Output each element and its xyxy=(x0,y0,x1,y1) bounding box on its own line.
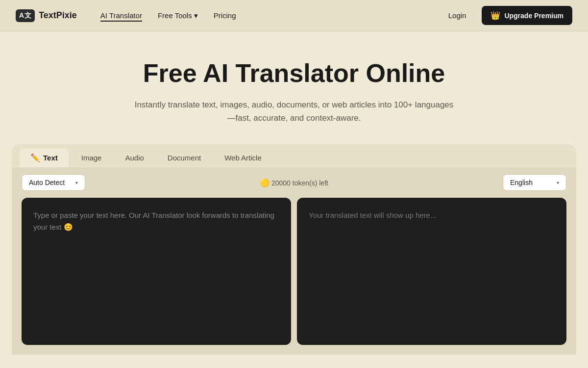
source-textarea[interactable]: Type or paste your text here. Our AI Tra… xyxy=(22,198,291,345)
source-language-select[interactable]: Auto Detect ▾ xyxy=(22,174,85,191)
token-info: 🟡 20000 token(s) left xyxy=(93,178,495,187)
tab-image[interactable]: Image xyxy=(71,149,113,167)
target-language-select[interactable]: English ▾ xyxy=(503,174,566,191)
logo-name: TextPixie xyxy=(39,10,77,21)
textareas-row: Type or paste your text here. Our AI Tra… xyxy=(12,198,576,355)
hero-subtitle: Instantly translate text, images, audio,… xyxy=(122,98,466,125)
language-bar: Auto Detect ▾ 🟡 20000 token(s) left Engl… xyxy=(12,167,576,198)
translator-panel: Auto Detect ▾ 🟡 20000 token(s) left Engl… xyxy=(12,167,576,355)
tab-document[interactable]: Document xyxy=(157,149,212,167)
navbar: A文 TextPixie AI Translator Free Tools ▾ … xyxy=(0,0,588,31)
logo-badge: A文 xyxy=(16,9,35,22)
upgrade-button[interactable]: 👑 Upgrade Premium xyxy=(482,6,572,25)
nav-free-tools[interactable]: Free Tools ▾ xyxy=(158,9,198,22)
tab-web-article[interactable]: Web Article xyxy=(214,149,272,167)
tabs-row: ✏️ Text Image Audio Document Web Article xyxy=(12,144,576,167)
login-link[interactable]: Login xyxy=(448,11,466,20)
target-lang-chevron-icon: ▾ xyxy=(557,180,559,185)
text-tab-icon: ✏️ xyxy=(30,153,40,162)
tab-audio[interactable]: Audio xyxy=(114,149,154,167)
nav-pricing[interactable]: Pricing xyxy=(214,9,236,22)
hero-section: Free AI Translator Online Instantly tran… xyxy=(0,31,588,144)
chevron-down-icon: ▾ xyxy=(194,11,198,20)
translator-section: ✏️ Text Image Audio Document Web Article… xyxy=(12,144,576,355)
source-lang-chevron-icon: ▾ xyxy=(75,180,78,185)
tab-text[interactable]: ✏️ Text xyxy=(20,148,69,167)
hero-title: Free AI Translator Online xyxy=(16,59,572,88)
nav-ai-translator[interactable]: AI Translator xyxy=(100,9,142,22)
logo[interactable]: A文 TextPixie xyxy=(16,9,77,22)
target-textarea: Your translated text will show up here..… xyxy=(297,198,566,345)
crown-icon: 👑 xyxy=(490,11,500,20)
